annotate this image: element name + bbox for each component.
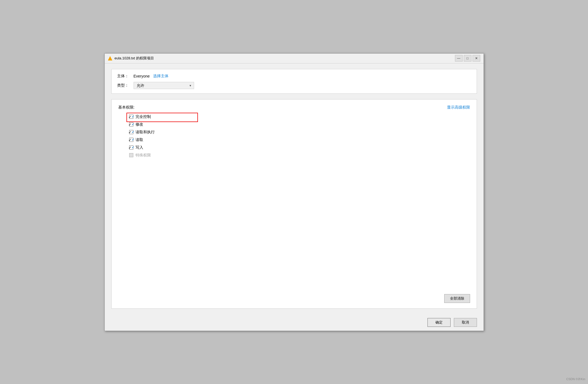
permissions-list: ✓ 完全控制 ✓ 修改 ✓ 读取和执行 xyxy=(129,114,470,158)
label-special: 特殊权限 xyxy=(136,153,151,158)
permission-full-control: ✓ 完全控制 xyxy=(129,114,470,119)
window-content: 主体： Everyone 选择主体 类型： 允许 拒绝 ▼ 基本权限: 显示高级… xyxy=(105,63,484,314)
checkbox-write[interactable]: ✓ xyxy=(129,145,133,150)
subject-value: Everyone xyxy=(134,74,150,78)
title-bar: eula.1028.txt 的权限项目 — □ ✕ xyxy=(105,54,484,63)
label-read: 读取 xyxy=(136,137,143,142)
top-section: 主体： Everyone 选择主体 类型： 允许 拒绝 ▼ xyxy=(111,69,477,94)
minimize-button[interactable]: — xyxy=(455,55,463,62)
label-write: 写入 xyxy=(136,145,143,150)
checkbox-special xyxy=(129,153,133,157)
confirm-button[interactable]: 确定 xyxy=(427,318,451,327)
type-row: 类型： 允许 拒绝 ▼ xyxy=(117,82,471,89)
checkmark-write: ✓ xyxy=(128,145,132,150)
subject-label: 主体： xyxy=(117,74,134,79)
bottom-section: 基本权限: 显示高级权限 ✓ 完全控制 ✓ 修改 xyxy=(111,99,477,309)
section-header: 基本权限: 显示高级权限 xyxy=(118,105,470,110)
label-full-control: 完全控制 xyxy=(136,114,151,119)
footer: 确定 取消 xyxy=(105,314,484,331)
type-label: 类型： xyxy=(117,83,134,88)
clear-all-button[interactable]: 全部清除 xyxy=(444,294,470,303)
select-subject-link[interactable]: 选择主体 xyxy=(153,74,169,79)
permission-write: ✓ 写入 xyxy=(129,145,470,150)
bottom-right-actions: 全部清除 xyxy=(444,294,470,303)
checkbox-read-execute[interactable]: ✓ xyxy=(129,130,133,134)
watermark: CSDN ©许Kin xyxy=(566,377,585,381)
window-controls: — □ ✕ xyxy=(455,55,480,62)
window-title: eula.1028.txt 的权限项目 xyxy=(115,56,455,61)
subject-row: 主体： Everyone 选择主体 xyxy=(117,74,471,79)
main-window: eula.1028.txt 的权限项目 — □ ✕ 主体： Everyone 选… xyxy=(104,53,484,331)
type-select[interactable]: 允许 拒绝 xyxy=(134,82,194,89)
type-select-wrapper: 允许 拒绝 ▼ xyxy=(134,82,194,89)
checkbox-read[interactable]: ✓ xyxy=(129,138,133,142)
permission-special: 特殊权限 xyxy=(129,153,470,158)
show-advanced-link[interactable]: 显示高级权限 xyxy=(447,105,470,110)
label-modify: 修改 xyxy=(136,122,143,127)
window-icon xyxy=(108,56,112,60)
checkmark-read: ✓ xyxy=(128,138,132,142)
checkbox-full-control[interactable]: ✓ xyxy=(129,115,133,119)
permission-read: ✓ 读取 xyxy=(129,137,470,142)
checkmark-full-control: ✓ xyxy=(128,115,132,119)
permission-read-execute: ✓ 读取和执行 xyxy=(129,130,470,135)
maximize-button[interactable]: □ xyxy=(464,55,471,62)
basic-permissions-label: 基本权限: xyxy=(118,105,135,110)
label-read-execute: 读取和执行 xyxy=(136,130,155,135)
permission-modify: ✓ 修改 xyxy=(129,122,470,127)
cancel-button[interactable]: 取消 xyxy=(454,318,477,327)
close-button[interactable]: ✕ xyxy=(473,55,480,62)
checkmark-read-execute: ✓ xyxy=(128,130,132,134)
checkmark-modify: ✓ xyxy=(128,122,132,127)
checkbox-modify[interactable]: ✓ xyxy=(129,122,133,126)
